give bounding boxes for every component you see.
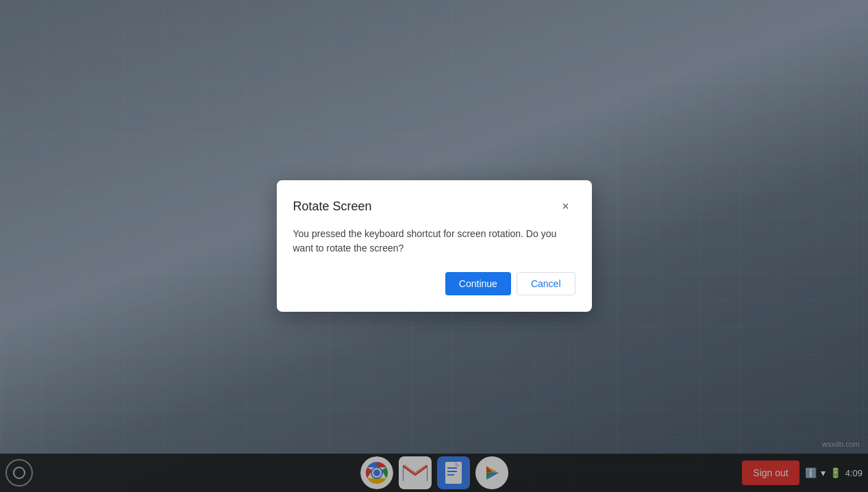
dialog-close-button[interactable]: × [556,197,575,216]
dialog-message: You pressed the keyboard shortcut for sc… [293,227,575,256]
modal-overlay: Rotate Screen × You pressed the keyboard… [0,0,868,492]
continue-button[interactable]: Continue [445,272,511,295]
dialog-header: Rotate Screen × [293,197,575,216]
dialog-actions: Continue Cancel [293,272,575,295]
dialog-title: Rotate Screen [293,199,372,214]
rotate-screen-dialog: Rotate Screen × You pressed the keyboard… [277,180,592,312]
cancel-button[interactable]: Cancel [517,272,575,295]
